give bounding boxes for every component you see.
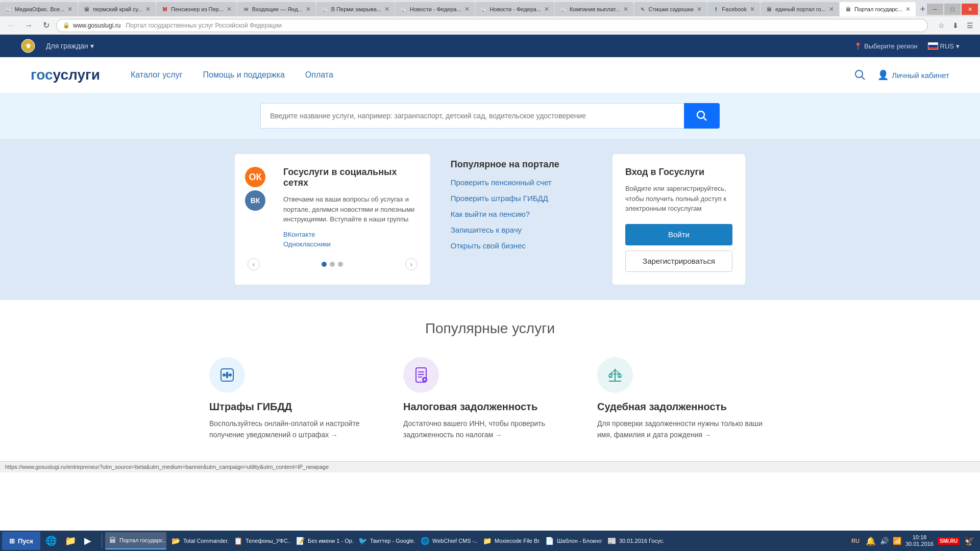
tab-close[interactable]: ✕ [750, 6, 755, 13]
tab-portal1[interactable]: 🏛 единый портал го... ✕ [761, 2, 839, 16]
social-links: ВКонтакте Одноклассники [283, 231, 418, 248]
tab-company[interactable]: 📰 Компания выплат... ✕ [555, 2, 633, 16]
minimize-button[interactable]: ─ [927, 4, 943, 15]
taskbar-item-commander[interactable]: 📂 Total Commander... [167, 532, 229, 549]
catalog-link[interactable]: Каталог услуг [131, 70, 183, 80]
carousel-dot-1[interactable] [322, 262, 327, 267]
svg-rect-10 [226, 372, 228, 378]
taskbar-network[interactable]: 📶 [893, 537, 901, 545]
tab-close[interactable]: ✕ [464, 6, 470, 13]
taskbar-clock[interactable]: 10:18 30.01.2016 [905, 534, 934, 547]
tab-close[interactable]: ✕ [697, 6, 702, 13]
social-icons: ОК ВК [245, 167, 265, 211]
carousel-next-button[interactable]: › [405, 258, 418, 270]
menu-button[interactable]: ☰ [964, 19, 976, 32]
service-link-tax[interactable]: → [495, 431, 502, 439]
search-input[interactable] [260, 103, 684, 129]
taskbar-item-notepad[interactable]: 📄 Шаблон - Блокнот [541, 532, 602, 549]
service-link-court[interactable]: → [704, 431, 711, 439]
vkontakte-link[interactable]: ВКонтакте [283, 231, 418, 238]
tab-inbox[interactable]: ✉ Входящие — Янд... ✕ [237, 2, 316, 16]
popular-portal-title: Популярное на портале [451, 159, 592, 170]
popular-link-5[interactable]: Открыть свой бизнес [451, 241, 592, 250]
tab-gosuslugi-active[interactable]: 🏛 Портал государс... ✕ [840, 2, 916, 16]
popular-link-3[interactable]: Как выйти на пенсию? [451, 210, 592, 218]
bookmark-button[interactable]: ☆ [935, 19, 947, 32]
tab-mediaoffice[interactable]: 📰 МедиаОфис. Все... ✕ [0, 2, 78, 16]
tab-news2[interactable]: 📰 Новости - Федера... ✕ [475, 2, 555, 16]
tab-close[interactable]: ✕ [623, 6, 628, 13]
carousel-prev-button[interactable]: ‹ [248, 258, 260, 270]
close-button[interactable]: ✕ [962, 4, 978, 15]
maximize-button[interactable]: □ [944, 4, 961, 15]
odnoklassniki-link[interactable]: Одноклассники [283, 240, 418, 248]
taskbar-quicklaunch-media[interactable]: ▶ [80, 532, 99, 549]
url-title: Портал государственных услуг Российской … [126, 22, 282, 29]
taskbar-quicklaunch-ie[interactable]: 🌐 [41, 532, 60, 549]
tab-close[interactable]: ✕ [306, 6, 311, 13]
taskbar-item-phones[interactable]: 📋 Телефоны_УФС... [230, 532, 291, 549]
tab-close-active[interactable]: ✕ [905, 6, 911, 13]
taskbar-item-portal[interactable]: 🏛 Портал государс... [105, 532, 166, 549]
tab-permkrai[interactable]: 🏛 пермский край су... ✕ [78, 2, 156, 16]
login-button[interactable]: Войти [625, 224, 732, 245]
location-icon: 📍 [854, 42, 862, 50]
taskbar-notifications[interactable]: 🔔 [866, 536, 876, 546]
content-area: ОК ВК Госуслуги в социальных сетях Отвеч… [0, 139, 980, 300]
new-tab-button[interactable]: + [918, 2, 927, 16]
language-selector[interactable]: RUS ▾ [928, 42, 960, 50]
tab-close[interactable]: ✕ [544, 6, 549, 13]
service-item-court: Судебная задолженность Для проверки задо… [597, 357, 771, 441]
tab-close[interactable]: ✕ [227, 6, 232, 13]
payment-link[interactable]: Оплата [305, 70, 333, 80]
personal-cabinet-link[interactable]: 👤 Личный кабинет [877, 69, 949, 81]
search-icon [854, 69, 866, 81]
taskbar-item-webchief[interactable]: 🌐 WebChief CMS -... [416, 532, 478, 549]
carousel-dot-2[interactable] [330, 262, 335, 267]
tab-news1[interactable]: 📰 Новости - Федера... ✕ [395, 2, 475, 16]
service-item-tax: Налоговая задолженность Достаточно вашег… [403, 357, 577, 441]
service-name-tax: Налоговая задолженность [403, 401, 537, 413]
tab-close[interactable]: ✕ [145, 6, 151, 13]
search-button[interactable] [684, 103, 720, 129]
vkontakte-icon[interactable]: ВК [245, 190, 265, 211]
tab-close[interactable]: ✕ [67, 6, 72, 13]
region-selector[interactable]: 📍 Выберите регион [854, 42, 918, 50]
chevron-down-icon: ▾ [90, 42, 94, 50]
emblem-svg: ⚜ [21, 39, 35, 53]
register-button[interactable]: Зарегистрироваться [625, 251, 732, 272]
help-link[interactable]: Помощь и поддержка [203, 70, 285, 80]
taskbar-item-news[interactable]: 📰 30.01.2016 Госус... [603, 532, 665, 549]
start-button[interactable]: ⊞ Пуск [2, 532, 40, 550]
popular-link-2[interactable]: Проверить штрафы ГИБДД [451, 194, 592, 203]
carousel-dot-3[interactable] [338, 262, 343, 267]
search-toggle-button[interactable] [853, 68, 867, 82]
tab-facebook[interactable]: f Facebook ✕ [707, 2, 760, 16]
tab-pensioner[interactable]: М Пенсионер из Пер... ✕ [156, 2, 237, 16]
carousel-nav: ‹ › [248, 258, 418, 270]
taskbar-item-moxie[interactable]: 📁 Moxiecode File Br... [479, 532, 540, 549]
tab-favicon: М [161, 6, 168, 13]
tab-close[interactable]: ✕ [384, 6, 389, 13]
refresh-button[interactable]: ↻ [39, 18, 53, 33]
download-button[interactable]: ⬇ [949, 19, 962, 32]
tab-close[interactable]: ✕ [829, 6, 834, 13]
popular-link-4[interactable]: Запишитесь к врачу [451, 226, 592, 234]
taskbar-volume[interactable]: 🔊 [880, 537, 889, 545]
forward-button[interactable]: → [21, 18, 36, 33]
taskbar-item-twitter[interactable]: 🐦 Твиттер - Google... [354, 532, 415, 549]
for-citizens-link[interactable]: Для граждан ▾ [46, 42, 94, 50]
service-icon-tax [403, 357, 439, 393]
site-logo[interactable]: госуслуги [31, 67, 100, 83]
tab-poems[interactable]: ✎ Стишки садюшки ✕ [634, 2, 707, 16]
unnamed-icon: 📝 [296, 537, 305, 545]
taskbar-item-unnamed[interactable]: 📝 Без имени 1 - Op... [292, 532, 353, 549]
taskbar-lang[interactable]: RU [849, 537, 862, 544]
taskbar-quicklaunch-folder[interactable]: 📁 [61, 532, 79, 549]
service-link-gibdd[interactable]: → [331, 431, 337, 439]
popular-link-1[interactable]: Проверить пенсионный счет [451, 178, 592, 187]
odnoklassniki-icon[interactable]: ОК [245, 167, 265, 187]
address-bar[interactable]: 🔒 www.gosuslugi.ru Портал государственны… [56, 19, 928, 32]
tab-perm-news[interactable]: 📰 В Перми закрыва... ✕ [316, 2, 395, 16]
back-button[interactable]: ← [4, 18, 18, 33]
